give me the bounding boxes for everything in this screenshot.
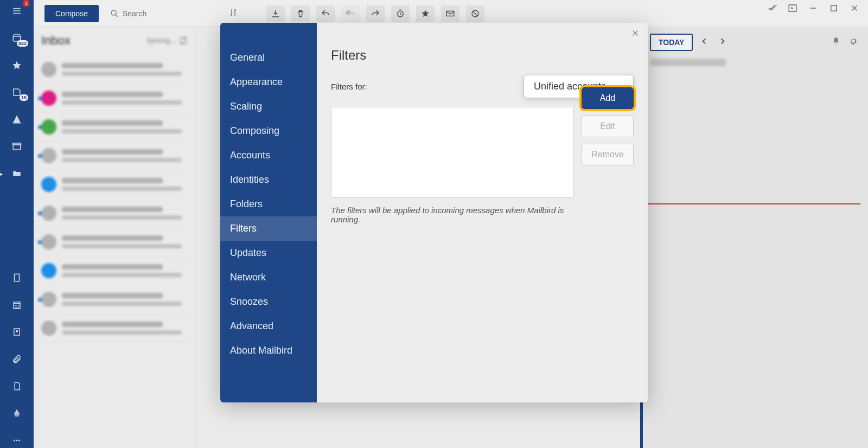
svg-marker-1: [792, 7, 794, 10]
mark-read-icon[interactable]: [763, 2, 781, 15]
nav-folders[interactable]: Folders: [220, 192, 317, 216]
filters-hint: The filters will be applied to incoming …: [331, 206, 564, 224]
nav-updates[interactable]: Updates: [220, 241, 317, 265]
nav-appearance[interactable]: Appearance: [220, 70, 317, 94]
settings-body: Filters Filters for: Unified accounts Ad…: [317, 23, 648, 402]
filters-list[interactable]: [331, 107, 574, 198]
edit-button[interactable]: Edit: [582, 116, 634, 137]
nav-composing[interactable]: Composing: [220, 119, 317, 143]
nav-filters[interactable]: Filters: [220, 216, 317, 241]
nav-network[interactable]: Network: [220, 265, 317, 290]
nav-snoozes[interactable]: Snoozes: [220, 290, 317, 314]
settings-modal: General Appearance Scaling Composing Acc…: [220, 23, 648, 402]
remove-button[interactable]: Remove: [582, 144, 634, 165]
filters-body: Add Edit Remove: [331, 107, 634, 198]
nav-scaling[interactable]: Scaling: [220, 94, 317, 119]
nav-general[interactable]: General: [220, 46, 317, 70]
panel-toggle-icon[interactable]: [783, 2, 802, 15]
filters-for-label: Filters for:: [331, 82, 367, 91]
window-controls: [758, 0, 868, 16]
maximize-button[interactable]: [825, 2, 843, 15]
nav-accounts[interactable]: Accounts: [220, 143, 317, 168]
close-button[interactable]: [845, 2, 864, 15]
nav-identities[interactable]: Identities: [220, 168, 317, 192]
svg-rect-3: [831, 5, 837, 11]
settings-modal-overlay: General Appearance Scaling Composing Acc…: [0, 0, 868, 448]
settings-nav: General Appearance Scaling Composing Acc…: [220, 23, 317, 402]
nav-advanced[interactable]: Advanced: [220, 314, 317, 338]
filters-title: Filters: [331, 48, 634, 63]
app-root: 1 822 15 ▸ 31: [0, 0, 868, 448]
add-button[interactable]: Add: [582, 87, 634, 109]
filters-actions: Add Edit Remove: [582, 87, 634, 198]
minimize-button[interactable]: [804, 2, 822, 15]
nav-about[interactable]: About Mailbird: [220, 338, 317, 363]
